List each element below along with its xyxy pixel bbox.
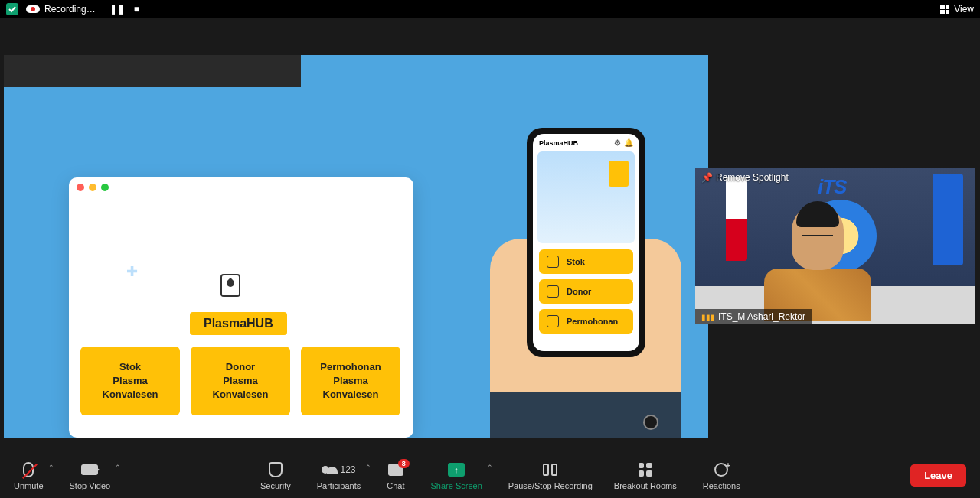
chevron-up-icon[interactable]: ⌃ <box>365 464 371 471</box>
recording-status-icon <box>26 2 40 16</box>
gear-icon: ⚙ <box>614 138 621 147</box>
phone-btn-donor: Donor <box>539 279 633 304</box>
smiley-plus-icon <box>714 463 728 477</box>
browser-mockup: ✚ PlasmaHUB StokPlasmaKonvalesen DonorPl… <box>69 177 413 438</box>
breakout-icon <box>639 463 652 477</box>
participants-button[interactable]: 123 Participants⌃ <box>317 461 361 490</box>
pause-recording-icon[interactable]: ❚❚ <box>109 4 125 15</box>
form-icon <box>547 315 559 327</box>
card-donor: DonorPlasmaKonvalesen <box>191 347 290 415</box>
chat-icon: 8 <box>388 464 403 476</box>
cuff-button-icon <box>643 415 658 430</box>
phone-app-title: PlasmaHUB <box>539 139 578 147</box>
stop-video-button[interactable]: Stop Video⌃ <box>70 461 111 490</box>
card-stok: StokPlasmaKonvalesen <box>80 347 180 415</box>
view-label: View <box>954 4 974 15</box>
shield-icon <box>269 462 283 477</box>
camera-icon <box>81 464 98 475</box>
bell-icon: 🔔 <box>624 138 633 147</box>
remove-spotlight-button[interactable]: 📌 Remove Spotlight <box>701 172 789 183</box>
blue-flag-icon <box>933 174 963 265</box>
phone-in-hand: PlasmaHUB ⚙🔔 Stok Donor Permohonan <box>490 128 681 438</box>
people-icon <box>322 466 338 474</box>
stop-recording-icon[interactable]: ■ <box>134 4 139 15</box>
participant-name: ITS_M Ashari_Rektor <box>718 311 805 322</box>
participants-count: 123 <box>340 464 355 475</box>
remove-spotlight-label: Remove Spotlight <box>716 172 789 183</box>
security-button[interactable]: Security <box>260 461 291 490</box>
phone-btn-stok: Stok <box>539 249 633 274</box>
window-min-icon <box>89 184 96 191</box>
signal-icon: ▮▮▮ <box>701 313 715 321</box>
chevron-up-icon[interactable]: ⌃ <box>487 464 493 471</box>
chat-badge: 8 <box>398 459 410 468</box>
window-max-icon <box>101 184 109 191</box>
participant-name-tag: ▮▮▮ ITS_M Ashari_Rektor <box>695 309 812 324</box>
unmute-button[interactable]: Unmute⌃ <box>14 461 44 490</box>
share-screen-button[interactable]: ↑ Share Screen⌃ <box>430 461 482 490</box>
pause-stop-icon <box>543 464 557 476</box>
topbar: Recording… ❚❚ ■ View <box>0 0 980 18</box>
speaker-avatar <box>764 204 871 323</box>
plasmahub-title: PlasmaHUB <box>190 312 287 335</box>
plus-icon: ✚ <box>126 263 138 280</box>
speaker-thumbnail[interactable]: iTS 📌 Remove Spotlight ▮▮▮ ITS_M Ashari_… <box>695 168 975 324</box>
presentation-strip <box>4 55 301 87</box>
reactions-button[interactable]: Reactions <box>703 461 740 490</box>
phone-illustration <box>537 151 635 243</box>
breakout-rooms-button[interactable]: Breakout Rooms <box>614 461 677 490</box>
its-logo: iTS <box>818 175 846 199</box>
content-area: ✚ PlasmaHUB StokPlasmaKonvalesen DonorPl… <box>0 18 980 452</box>
indonesia-flag-icon <box>726 177 747 261</box>
donor-icon <box>547 285 559 298</box>
leave-button[interactable]: Leave <box>910 464 966 487</box>
recording-status-text: Recording… <box>44 4 96 15</box>
phone-btn-permohonan: Permohonan <box>539 309 633 334</box>
share-screen-icon: ↑ <box>448 463 465 477</box>
card-permohonan: PermohonanPlasmaKonvalesen <box>301 347 400 415</box>
pin-icon: 📌 <box>701 172 713 183</box>
encryption-shield-icon[interactable] <box>6 3 18 15</box>
view-button[interactable]: View <box>940 4 974 15</box>
phone-mockup: PlasmaHUB ⚙🔔 Stok Donor Permohonan <box>527 128 645 357</box>
chevron-up-icon[interactable]: ⌃ <box>115 464 121 471</box>
pause-stop-recording-button[interactable]: Pause/Stop Recording <box>508 461 593 490</box>
chat-button[interactable]: 8 Chat <box>387 461 404 490</box>
window-close-icon <box>77 184 84 191</box>
mic-muted-icon <box>23 462 34 477</box>
grid-icon <box>940 5 949 14</box>
meeting-toolbar: Unmute⌃ Stop Video⌃ Security 123 Partici… <box>0 452 980 498</box>
chevron-up-icon[interactable]: ⌃ <box>48 464 54 471</box>
box-icon <box>547 256 559 268</box>
shared-screen: ✚ PlasmaHUB StokPlasmaKonvalesen DonorPl… <box>4 55 708 438</box>
iv-bag-icon <box>220 274 240 297</box>
